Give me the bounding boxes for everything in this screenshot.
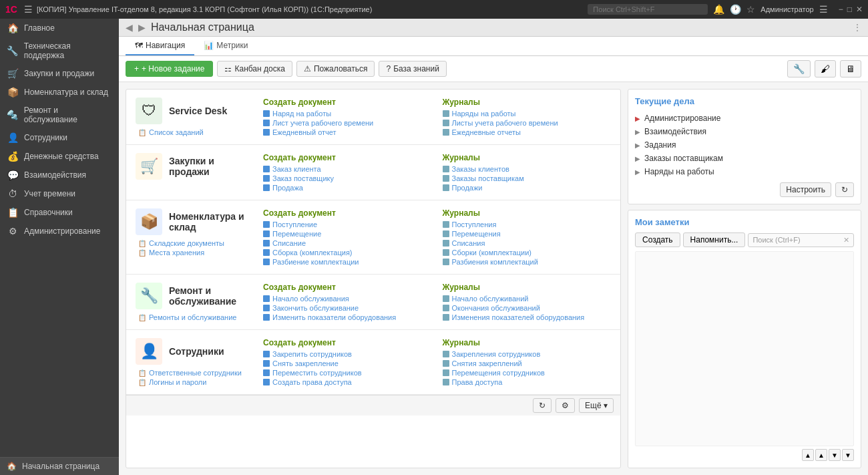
sidebar-home[interactable]: 🏠 Начальная страница: [0, 457, 119, 475]
servicedesk-links: 📋 Список заданий: [136, 128, 204, 136]
scroll-top-button[interactable]: ▲: [802, 449, 814, 461]
staff-journal-2[interactable]: Перемещения сотрудников: [443, 369, 612, 377]
kanban-button[interactable]: ⚏ Канбан доска: [217, 61, 292, 77]
history-icon[interactable]: 🕐: [730, 4, 741, 15]
task-item-2[interactable]: ▶ Задания: [635, 138, 854, 152]
maximize-button[interactable]: □: [847, 5, 852, 14]
create-note-button[interactable]: Создать: [635, 232, 680, 247]
tab-metrics[interactable]: 📊 Метрики: [194, 37, 257, 55]
brush-icon-button[interactable]: 🖌: [815, 60, 836, 77]
sidebar-item-repair[interactable]: 🔩 Ремонт и обслуживание: [0, 102, 119, 128]
repair-link-0[interactable]: 📋 Ремонты и обслуживание: [138, 313, 236, 321]
staff-create-0[interactable]: Закрепить сотрудников: [263, 350, 432, 358]
notification-icon[interactable]: 🔔: [713, 4, 724, 15]
topbar-more-button[interactable]: ⋮: [853, 23, 861, 32]
global-search-input[interactable]: [588, 4, 708, 15]
staff-journal-1[interactable]: Снятия закреплений: [443, 359, 612, 367]
task-item-4[interactable]: ▶ Наряды на работы: [635, 165, 854, 178]
settings-button[interactable]: ⚙: [556, 398, 575, 413]
tool-icon-button[interactable]: 🔧: [787, 60, 811, 77]
nomenclature-create-3[interactable]: Сборка (комплектация): [263, 249, 432, 257]
purchases-journal-2[interactable]: Продажи: [443, 184, 612, 192]
new-task-button[interactable]: + + Новое задание: [126, 61, 213, 77]
nomenclature-link-1[interactable]: 📋 Места хранения: [138, 249, 224, 257]
refresh-button[interactable]: ↻: [533, 398, 552, 413]
nomenclature-journal-3[interactable]: Сборки (комплектации): [443, 249, 612, 257]
close-button[interactable]: ✕: [856, 5, 863, 14]
notes-search-field[interactable]: Поиск (Ctrl+F) ✕: [748, 233, 854, 247]
admin-menu-icon[interactable]: ☰: [819, 4, 828, 15]
staff-link-0[interactable]: 📋 Ответственные сотрудники: [138, 369, 242, 377]
purchases-create-0[interactable]: Заказ клиента: [263, 165, 432, 173]
content-area: ◀ ▶ Начальная страница ⋮ 🗺 Навигация 📊 М…: [119, 19, 868, 475]
notes-search-clear-icon[interactable]: ✕: [843, 236, 849, 245]
purchases-journal-1[interactable]: Заказы поставщикам: [443, 174, 612, 182]
servicedesk-journal-0[interactable]: Наряды на работы: [443, 110, 612, 118]
nomenclature-journal-4[interactable]: Разбиения комплектаций: [443, 258, 612, 266]
bookmark-icon[interactable]: ☆: [746, 4, 755, 15]
knowledge-button[interactable]: ? База знаний: [379, 61, 446, 77]
sidebar-item-money[interactable]: 💰 Денежные средства: [0, 147, 119, 166]
purchases-create-2[interactable]: Продажа: [263, 184, 432, 192]
repair-journal-0[interactable]: Начало обслуживаний: [443, 295, 612, 303]
nomenclature-create-1[interactable]: Перемещение: [263, 230, 432, 238]
sidebar-item-admin[interactable]: ⚙ Администрирование: [0, 222, 119, 241]
screen-icon-button[interactable]: 🖥: [840, 60, 861, 77]
staff-create-2[interactable]: Переместить сотрудников: [263, 369, 432, 377]
servicedesk-journal-2[interactable]: Ежедневные отчеты: [443, 128, 612, 136]
purchases-create-1[interactable]: Заказ поставщику: [263, 174, 432, 182]
servicedesk-journal-1[interactable]: Листы учета рабочего времени: [443, 119, 612, 127]
sidebar-item-glavnoe[interactable]: 🏠 Главное: [0, 19, 119, 37]
servicedesk-create-0[interactable]: Наряд на работы: [263, 110, 432, 118]
nav-back-button[interactable]: ◀: [126, 22, 133, 33]
repair-journal-1[interactable]: Окончания обслуживаний: [443, 304, 612, 312]
nomenclature-link-0[interactable]: 📋 Складские документы: [138, 239, 224, 247]
repair-create-1[interactable]: Закончить обслуживание: [263, 304, 432, 312]
staff-journal-0[interactable]: Закрепления сотрудников: [443, 350, 612, 358]
scroll-bottom-button[interactable]: ▼: [842, 449, 854, 461]
tab-navigation[interactable]: 🗺 Навигация: [126, 37, 194, 55]
more-button[interactable]: Ещё ▾: [579, 398, 614, 413]
nomenclature-journal-1[interactable]: Перемещения: [443, 230, 612, 238]
sidebar-item-time[interactable]: ⏱ Учет времени: [0, 184, 119, 203]
repair-journal-2[interactable]: Изменения показателей оборудования: [443, 313, 612, 321]
nomenclature-create-0[interactable]: Поступление: [263, 220, 432, 228]
sidebar-item-label: Закупки и продажи: [24, 69, 94, 78]
staff-link-1[interactable]: 📋 Логины и пароли: [138, 378, 242, 386]
sidebar-item-nomenclature[interactable]: 📦 Номенклатура и склад: [0, 83, 119, 102]
nomenclature-create-2[interactable]: Списание: [263, 239, 432, 247]
sidebar-item-references[interactable]: 📋 Справочники: [0, 203, 119, 222]
configure-button[interactable]: Настроить: [780, 182, 831, 197]
task-item-1[interactable]: ▶ Взаимодействия: [635, 125, 854, 138]
sidebar-item-purchases[interactable]: 🛒 Закупки и продажи: [0, 64, 119, 83]
servicedesk-link-0[interactable]: 📋 Список заданий: [138, 128, 204, 136]
nomenclature-journal-2[interactable]: Списания: [443, 239, 612, 247]
nav-forward-button[interactable]: ▶: [138, 22, 146, 33]
servicedesk-create-1[interactable]: Лист учета рабочего времени: [263, 119, 432, 127]
scroll-up-button[interactable]: ▲: [815, 449, 827, 461]
tasks-refresh-button[interactable]: ↻: [835, 182, 854, 197]
minimize-button[interactable]: −: [839, 5, 843, 14]
staff-create-3[interactable]: Создать права доступа: [263, 378, 432, 386]
sidebar-item-staff[interactable]: 👤 Сотрудники: [0, 128, 119, 147]
section-header-staff: 👤 Сотрудники 📋 Ответственные сотрудники …: [136, 338, 252, 386]
staff-create-1[interactable]: Снять закрепление: [263, 359, 432, 367]
main-scroll: 🛡 Service Desk 📋 Список заданий Со: [119, 82, 868, 475]
servicedesk-create-2[interactable]: Ежедневный отчет: [263, 128, 432, 136]
task-item-3[interactable]: ▶ Заказы поставщикам: [635, 152, 854, 165]
tasks-bottom-bar: Настроить ↻: [635, 178, 854, 197]
scroll-down-button[interactable]: ▼: [829, 449, 841, 461]
nomenclature-create-4[interactable]: Разбиение комплектации: [263, 258, 432, 266]
repair-create-2[interactable]: Изменить показатели оборудования: [263, 313, 432, 321]
sidebar-item-tech-support[interactable]: 🔧 Техническая поддержка: [0, 37, 119, 64]
nomenclature-journal-0[interactable]: Поступления: [443, 220, 612, 228]
purchases-journal-0[interactable]: Заказы клиентов: [443, 165, 612, 173]
sidebar-item-interactions[interactable]: 💬 Взаимодействия: [0, 166, 119, 184]
staff-journal-3[interactable]: Права доступа: [443, 378, 612, 386]
task-item-0[interactable]: ▶ Администрирование: [635, 112, 854, 125]
repair-create-0[interactable]: Начало обслуживания: [263, 295, 432, 303]
remind-button[interactable]: Напомнить...: [683, 232, 746, 247]
menu-icon[interactable]: ☰: [24, 4, 33, 15]
complaint-button[interactable]: ⚠ Пожаловаться: [296, 61, 375, 77]
purchases-create-col: Создать документ Заказ клиента Заказ пос…: [263, 153, 432, 192]
